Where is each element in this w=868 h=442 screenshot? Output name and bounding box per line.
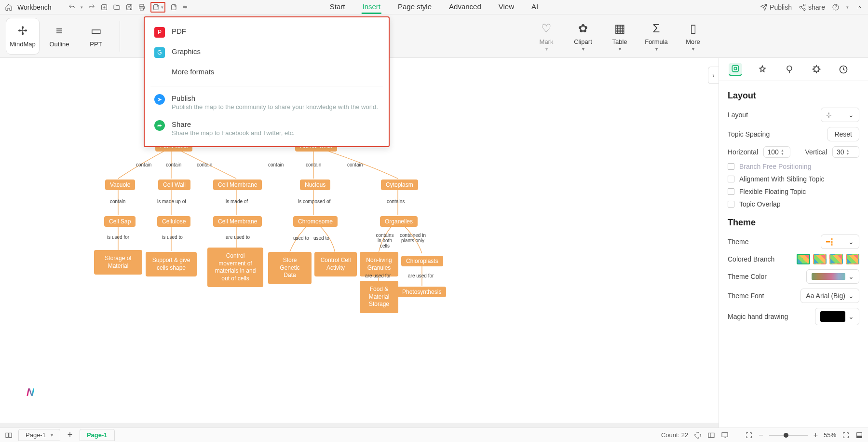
workbench-label[interactable]: Workbench [17, 3, 52, 11]
add-page-icon[interactable]: + [66, 431, 74, 439]
flexible-floating-checkbox[interactable]: Flexible Floating Topic [728, 188, 859, 195]
page-selector[interactable]: Page-1▾ [18, 429, 60, 441]
zoom-value[interactable]: 55% [824, 431, 836, 439]
collapse-ribbon-icon[interactable] [855, 3, 863, 11]
svg-rect-17 [708, 433, 714, 437]
export-pdf[interactable]: P PDF [145, 22, 389, 42]
fullscreen-icon[interactable] [842, 431, 850, 439]
share-button[interactable]: share [799, 3, 825, 11]
reset-button[interactable]: Reset [827, 127, 859, 141]
tab-start[interactable]: Start [329, 0, 346, 14]
ribbon: ✢ MindMap ≡ Outline ▭ PPT ♡ Mark▾ ✿ Clip… [0, 14, 868, 58]
ribbon-formula[interactable]: Σ Formula▾ [639, 18, 673, 55]
topic-overlap-checkbox[interactable]: Topic Overlap [728, 200, 859, 208]
panel-tab-tag[interactable] [783, 63, 796, 76]
node-cellwall[interactable]: Cell Wall [158, 180, 190, 190]
ribbon-table[interactable]: ▦ Table▾ [603, 18, 637, 55]
ribbon-clipart[interactable]: ✿ Clipart▾ [566, 18, 600, 55]
dock-icon[interactable] [855, 431, 863, 439]
branch-swatch-4[interactable] [846, 254, 859, 264]
export-publish[interactable]: ➤ Publish Publish the map to the communi… [145, 89, 389, 115]
panel-tab-style[interactable] [756, 63, 769, 76]
rel: are used to [226, 235, 250, 240]
ribbon-ppt[interactable]: ▭ PPT [79, 18, 113, 55]
node-foodstorage[interactable]: Food & Material Storage [360, 281, 398, 313]
tab-insert[interactable]: Insert [361, 0, 381, 14]
node-chromosome[interactable]: Chromosome [293, 216, 338, 227]
node-photosynthesis[interactable]: Photosynthesis [397, 287, 446, 297]
export-moreformats[interactable]: More formats [145, 63, 389, 83]
tab-ai[interactable]: AI [530, 0, 539, 14]
node-cytoplasm[interactable]: Cytoplasm [381, 180, 418, 190]
theme-color-select[interactable]: ⌄ [806, 269, 859, 284]
main-tabs: Start Insert Page style Advanced View AI [329, 0, 539, 14]
node-chloroplasts[interactable]: Chloroplasts [401, 256, 443, 266]
ribbon-more[interactable]: ▯ More▾ [676, 18, 710, 55]
save-icon[interactable] [125, 3, 133, 11]
pages-icon[interactable] [5, 431, 13, 439]
home-icon[interactable] [5, 3, 13, 11]
branch-swatch-3[interactable] [829, 254, 843, 264]
undo-dropdown[interactable]: ▾ [81, 5, 83, 10]
export-button-highlighted[interactable]: ▾ [150, 2, 165, 13]
help-icon[interactable] [832, 3, 840, 11]
export-share[interactable]: ➦ Share Share the map to Facebook and Tw… [145, 115, 389, 141]
zoom-in[interactable]: + [814, 431, 818, 440]
tab-pagestyle[interactable]: Page style [397, 0, 433, 14]
node-activity[interactable]: Control Cell Activity [314, 252, 357, 276]
branch-swatch-1[interactable] [797, 254, 810, 264]
open-icon[interactable] [113, 3, 121, 11]
svg-rect-20 [857, 436, 862, 438]
import-icon[interactable] [170, 3, 178, 11]
align-sibling-checkbox[interactable]: Alignment With Sibling Topic [728, 175, 859, 183]
magic-drawing-label: Magic hand drawing [728, 313, 815, 320]
node-genetic[interactable]: Store Genetic Data [268, 252, 312, 284]
zoom-slider[interactable] [769, 435, 808, 436]
node-organelles[interactable]: Organelles [380, 216, 418, 227]
node-nucleus[interactable]: Nucleus [300, 180, 330, 190]
ribbon-mindmap[interactable]: ✢ MindMap [6, 18, 40, 55]
panel-tab-history[interactable] [837, 63, 850, 76]
vertical-input[interactable]: 30▲▼ [832, 146, 859, 158]
horizontal-input[interactable]: 100▲▼ [763, 146, 790, 158]
rel: used to [293, 235, 309, 241]
tab-advanced[interactable]: Advanced [448, 0, 482, 14]
panel-tab-layout[interactable] [729, 63, 742, 76]
svg-rect-18 [722, 432, 728, 437]
publish-button[interactable]: Publish [760, 3, 792, 11]
node-cellulose[interactable]: Cellulose [157, 216, 190, 227]
layout-select[interactable]: ⊹⌄ [821, 108, 859, 122]
magic-drawing-select[interactable]: ⌄ [815, 308, 859, 325]
svg-point-13 [787, 66, 792, 70]
quickaccess-more[interactable]: ⇋ [183, 4, 187, 10]
node-control[interactable]: Control movement of materials in and out… [207, 248, 263, 287]
node-cellmembrane2[interactable]: Cell Membrane [213, 216, 262, 227]
node-vacuole[interactable]: Vacuole [105, 180, 135, 190]
undo-icon[interactable] [68, 3, 76, 11]
branch-swatch-2[interactable] [813, 254, 827, 264]
theme-select[interactable]: ━┇⌄ [821, 235, 859, 249]
presentation-icon[interactable] [721, 431, 729, 439]
ribbon-mark[interactable]: ♡ Mark▾ [529, 18, 563, 55]
theme-heading: Theme [728, 218, 859, 228]
node-storage[interactable]: Storage of Material [94, 250, 142, 275]
horizontal-scrollbar[interactable] [0, 423, 719, 428]
page-tab-1[interactable]: Page-1 [80, 429, 115, 441]
pan-icon[interactable] [694, 431, 702, 439]
print-icon[interactable] [138, 3, 146, 11]
collapse-panel-toggle[interactable]: › [708, 67, 719, 84]
zoom-out[interactable]: − [759, 431, 763, 440]
panel-tab-settings[interactable] [810, 63, 823, 76]
redo-icon[interactable] [88, 3, 95, 11]
viewmode-icon[interactable] [707, 431, 715, 439]
export-graphics[interactable]: G Graphics [145, 42, 389, 63]
ribbon-outline[interactable]: ≡ Outline [42, 18, 76, 55]
new-icon[interactable] [100, 3, 108, 11]
node-cellsap[interactable]: Cell Sap [104, 216, 136, 227]
node-cellmembrane[interactable]: Cell Membrane [213, 180, 262, 190]
node-support[interactable]: Support & give cells shape [146, 252, 197, 276]
tab-view[interactable]: View [498, 0, 515, 14]
fit-icon[interactable] [745, 431, 753, 439]
ppt-icon: ▭ [91, 24, 102, 38]
theme-font-select[interactable]: Aa Arial (Big)⌄ [800, 289, 859, 303]
